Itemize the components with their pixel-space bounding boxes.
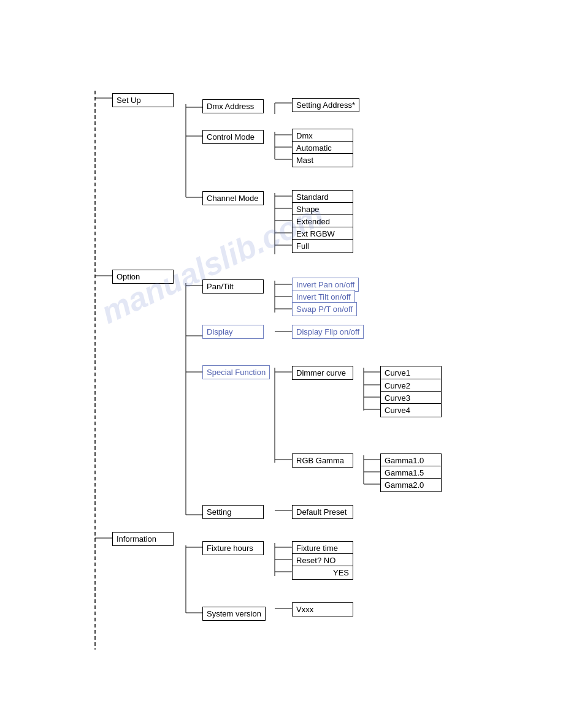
display-flip-box: Display Flip on/off: [292, 325, 364, 339]
rgb-gamma-box: RGB Gamma: [292, 453, 353, 468]
fixture-hours-box: Fixture hours: [202, 541, 264, 555]
gamma20-box: Gamma2.0: [380, 478, 442, 492]
setup-box: Set Up: [112, 93, 174, 107]
setting-address-box: Setting Address*: [292, 98, 359, 112]
diagram-lines: [0, 0, 563, 728]
option-box: Option: [112, 270, 174, 284]
dmx-address-box: Dmx Address: [202, 99, 264, 113]
curve4-box: Curve4: [380, 403, 442, 417]
pan-tilt-box: Pan/Tilt: [202, 279, 264, 294]
curve1-box: Curve1: [380, 366, 442, 380]
control-mode-box: Control Mode: [202, 130, 264, 144]
channel-mode-box: Channel Mode: [202, 191, 264, 205]
system-version-box: System version: [202, 607, 266, 621]
full-box: Full: [292, 239, 353, 253]
mast-box: Mast: [292, 153, 353, 167]
special-function-box: Special Function: [202, 365, 270, 379]
default-preset-box: Default Preset: [292, 505, 353, 519]
yes-box: YES: [292, 566, 353, 580]
display-box: Display: [202, 325, 264, 339]
dimmer-curve-box: Dimmer curve: [292, 366, 353, 380]
setting-box: Setting: [202, 505, 264, 519]
swap-pt-box: Swap P/T on/off: [292, 302, 357, 316]
information-box: Information: [112, 532, 174, 546]
vxxx-box: Vxxx: [292, 602, 353, 616]
